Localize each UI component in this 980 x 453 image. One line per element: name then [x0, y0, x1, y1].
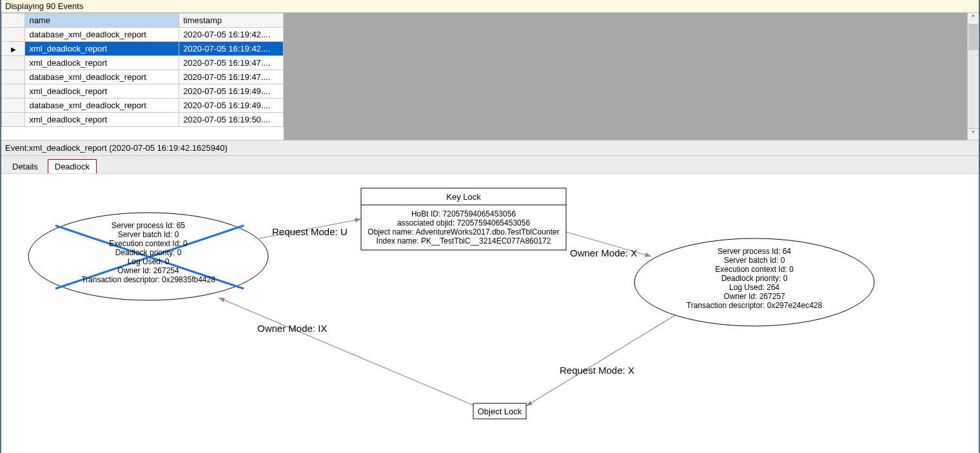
- cell-name: database_xml_deadlock_report: [25, 99, 179, 113]
- row-indicator: [2, 70, 25, 84]
- cell-timestamp: 2020-07-05 16:19:47....: [179, 70, 284, 84]
- row-indicator: ▶: [2, 42, 25, 56]
- events-grid-area: name timestamp database_xml_deadlock_rep…: [1, 13, 979, 140]
- label-request-u: Request Mode: U: [272, 226, 348, 237]
- object-lock-title: Object Lock: [478, 407, 522, 416]
- table-row[interactable]: xml_deadlock_report2020-07-05 16:19:47..…: [2, 56, 284, 70]
- table-row[interactable]: database_xml_deadlock_report2020-07-05 1…: [2, 28, 284, 42]
- grid-filler: ˄ ˅: [284, 13, 979, 140]
- row-indicator: [2, 99, 25, 113]
- column-header-timestamp[interactable]: timestamp: [179, 14, 284, 28]
- row-indicator: [2, 56, 25, 70]
- edge-request-x: [526, 311, 683, 406]
- table-row[interactable]: xml_deadlock_report2020-07-05 16:19:50..…: [2, 113, 284, 127]
- scroll-up-button[interactable]: ˄: [968, 13, 979, 24]
- column-header-name[interactable]: name: [25, 14, 179, 28]
- cell-timestamp: 2020-07-05 16:19:47....: [179, 56, 284, 70]
- edge-owner-ix: [219, 298, 475, 406]
- cell-name: xml_deadlock_report: [25, 84, 179, 99]
- cell-timestamp: 2020-07-05 16:19:42....: [179, 42, 284, 56]
- cell-name: database_xml_deadlock_report: [25, 28, 179, 42]
- deadlock-graph: Request Mode: U Owner Mode: X Owner Mode…: [1, 174, 979, 444]
- status-bar: Displaying 90 Events: [1, 0, 979, 13]
- label-owner-x: Owner Mode: X: [570, 247, 637, 258]
- table-row[interactable]: database_xml_deadlock_report2020-07-05 1…: [2, 99, 284, 113]
- tab-strip: Details Deadlock: [1, 156, 979, 173]
- cell-name: xml_deadlock_report: [25, 42, 179, 56]
- row-indicator: [2, 84, 25, 99]
- tab-details[interactable]: Details: [5, 159, 45, 174]
- scroll-down-button[interactable]: ˅: [968, 128, 979, 140]
- cell-timestamp: 2020-07-05 16:19:49....: [179, 99, 284, 113]
- label-owner-ix: Owner Mode: IX: [257, 323, 327, 334]
- cell-timestamp: 2020-07-05 16:19:50....: [179, 113, 284, 127]
- event-heading: Event:xml_deadlock_report (2020-07-05 16…: [1, 140, 979, 156]
- cell-name: xml_deadlock_report: [25, 56, 179, 70]
- label-request-x: Request Mode: X: [560, 365, 634, 376]
- cell-name: xml_deadlock_report: [25, 113, 179, 127]
- scroll-thumb[interactable]: [968, 24, 978, 50]
- scrollbar-vertical[interactable]: ˄ ˅: [967, 13, 979, 140]
- events-grid[interactable]: name timestamp database_xml_deadlock_rep…: [1, 13, 284, 140]
- key-lock-title: Key Lock: [446, 192, 481, 202]
- row-indicator: [2, 113, 25, 127]
- cell-timestamp: 2020-07-05 16:19:49....: [179, 84, 284, 99]
- cell-timestamp: 2020-07-05 16:19:42....: [179, 28, 284, 42]
- deadlock-graph-panel: Request Mode: U Owner Mode: X Owner Mode…: [1, 173, 979, 444]
- row-indicator: [2, 28, 25, 42]
- cell-name: database_xml_deadlock_report: [25, 70, 179, 84]
- table-row[interactable]: database_xml_deadlock_report2020-07-05 1…: [2, 70, 284, 84]
- tab-deadlock[interactable]: Deadlock: [48, 159, 97, 174]
- table-row[interactable]: ▶xml_deadlock_report2020-07-05 16:19:42.…: [2, 42, 284, 56]
- table-row[interactable]: xml_deadlock_report2020-07-05 16:19:49..…: [2, 84, 284, 99]
- grid-corner[interactable]: [2, 14, 25, 28]
- scroll-track[interactable]: [968, 24, 979, 128]
